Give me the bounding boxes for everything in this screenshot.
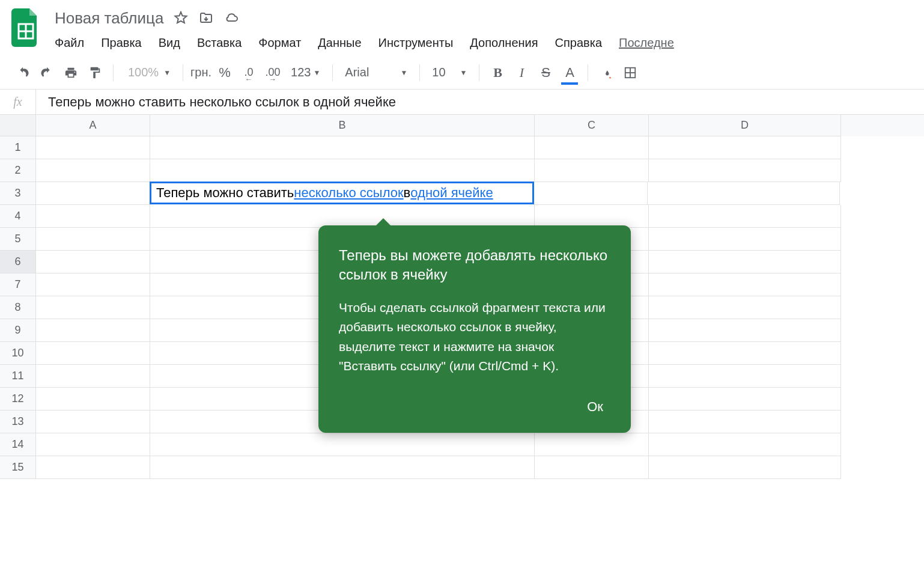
cell-A4[interactable]: [36, 205, 150, 228]
cell-A2[interactable]: [36, 159, 150, 182]
move-icon[interactable]: [198, 10, 214, 26]
cell-D2[interactable]: [649, 159, 841, 182]
row-header-15[interactable]: 15: [0, 456, 36, 479]
cell-A12[interactable]: [36, 388, 150, 411]
cell-link-2[interactable]: одной ячейке: [410, 185, 493, 201]
cell-D8[interactable]: [649, 296, 841, 319]
zoom-dropdown[interactable]: 100%▼: [121, 66, 175, 79]
cell-D7[interactable]: [649, 273, 841, 296]
currency-button[interactable]: грн.: [190, 62, 211, 84]
formula-input[interactable]: Теперь можно ставить несколько ссылок в …: [36, 94, 924, 110]
decrease-decimal-button[interactable]: .0←: [238, 62, 260, 84]
cell-C14[interactable]: [535, 433, 649, 456]
cell-D1[interactable]: [649, 136, 841, 159]
fill-color-button[interactable]: [595, 62, 617, 84]
cell-D14[interactable]: [649, 433, 841, 456]
cell-D15[interactable]: [649, 456, 841, 479]
cell-D10[interactable]: [649, 342, 841, 365]
cell-D4[interactable]: [649, 205, 841, 228]
row-header-2[interactable]: 2: [0, 159, 36, 182]
menu-edit[interactable]: Правка: [101, 36, 142, 50]
cell-A9[interactable]: [36, 319, 150, 342]
row-header-5[interactable]: 5: [0, 228, 36, 251]
paint-format-button[interactable]: [84, 62, 106, 84]
select-all-corner[interactable]: [0, 115, 36, 136]
star-icon[interactable]: [173, 10, 189, 26]
menu-insert[interactable]: Вставка: [197, 36, 242, 50]
cell-A10[interactable]: [36, 342, 150, 365]
row-header-3[interactable]: 3: [0, 182, 36, 205]
cell-D3[interactable]: [648, 182, 840, 205]
cell-D12[interactable]: [649, 388, 841, 411]
row-header-10[interactable]: 10: [0, 342, 36, 365]
cell-C1[interactable]: [535, 136, 649, 159]
fx-label: fx: [0, 90, 36, 114]
row-header-4[interactable]: 4: [0, 205, 36, 228]
cell-B3[interactable]: Теперь можно ставить несколько ссылок в …: [150, 182, 534, 204]
cell-A13[interactable]: [36, 411, 150, 433]
row-header-8[interactable]: 8: [0, 296, 36, 319]
increase-decimal-button[interactable]: .00→: [262, 62, 284, 84]
document-title[interactable]: Новая таблица: [55, 9, 163, 28]
row-header-7[interactable]: 7: [0, 273, 36, 296]
cell-B15[interactable]: [150, 456, 535, 479]
undo-button[interactable]: [12, 62, 34, 84]
cell-C2[interactable]: [535, 159, 649, 182]
cell-D9[interactable]: [649, 319, 841, 342]
font-family-dropdown[interactable]: Arial▼: [340, 66, 412, 79]
borders-button[interactable]: [619, 62, 641, 84]
font-size-dropdown[interactable]: 10▼: [427, 66, 472, 79]
col-header-A[interactable]: A: [36, 115, 150, 136]
sheets-logo[interactable]: [9, 6, 43, 49]
percent-button[interactable]: %: [214, 62, 236, 84]
menu-view[interactable]: Вид: [159, 36, 180, 50]
cell-A15[interactable]: [36, 456, 150, 479]
row-header-6[interactable]: 6: [0, 251, 36, 273]
menu-help[interactable]: Справка: [555, 36, 602, 50]
cell-A3[interactable]: [36, 182, 150, 205]
cell-A6[interactable]: [36, 251, 150, 273]
cell-A5[interactable]: [36, 228, 150, 251]
cell-link-1[interactable]: несколько ссылок: [294, 185, 403, 201]
row-header-13[interactable]: 13: [0, 411, 36, 433]
cloud-icon[interactable]: [223, 10, 239, 26]
cell-C15[interactable]: [535, 456, 649, 479]
row-header-11[interactable]: 11: [0, 365, 36, 388]
cell-C3[interactable]: [533, 182, 648, 205]
row-header-14[interactable]: 14: [0, 433, 36, 456]
row-header-12[interactable]: 12: [0, 388, 36, 411]
menu-data[interactable]: Данные: [318, 36, 361, 50]
menu-last-edit[interactable]: Последне: [619, 36, 674, 50]
text-color-button[interactable]: A: [559, 62, 580, 84]
menu-format[interactable]: Формат: [258, 36, 301, 50]
cell-B14[interactable]: [150, 433, 535, 456]
cell-D5[interactable]: [649, 228, 841, 251]
cell-D11[interactable]: [649, 365, 841, 388]
menu-file[interactable]: Файл: [55, 36, 84, 50]
cell-B4[interactable]: [150, 205, 535, 228]
row-header-1[interactable]: 1: [0, 136, 36, 159]
cell-A8[interactable]: [36, 296, 150, 319]
cell-D13[interactable]: [649, 411, 841, 433]
row-header-9[interactable]: 9: [0, 319, 36, 342]
cell-A14[interactable]: [36, 433, 150, 456]
cell-D6[interactable]: [649, 251, 841, 273]
redo-button[interactable]: [36, 62, 58, 84]
print-button[interactable]: [60, 62, 82, 84]
cell-A11[interactable]: [36, 365, 150, 388]
promo-ok-button[interactable]: Ок: [580, 394, 610, 420]
col-header-C[interactable]: C: [535, 115, 649, 136]
cell-A1[interactable]: [36, 136, 150, 159]
col-header-D[interactable]: D: [649, 115, 841, 136]
cell-B2[interactable]: [150, 159, 535, 182]
cell-B1[interactable]: [150, 136, 535, 159]
menu-tools[interactable]: Инструменты: [378, 36, 454, 50]
col-header-B[interactable]: B: [150, 115, 535, 136]
number-format-dropdown[interactable]: 123▼: [286, 66, 325, 79]
strikethrough-button[interactable]: S: [535, 62, 556, 84]
bold-button[interactable]: B: [487, 62, 508, 84]
italic-button[interactable]: I: [511, 62, 532, 84]
cell-A7[interactable]: [36, 273, 150, 296]
cell-C4[interactable]: [535, 205, 649, 228]
menu-addons[interactable]: Дополнения: [470, 36, 538, 50]
